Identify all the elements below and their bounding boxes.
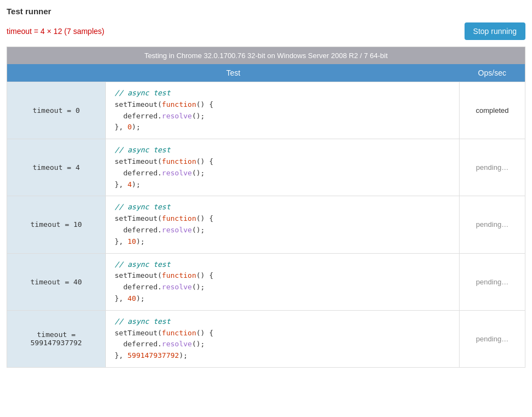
row-ops-2: pending… xyxy=(460,196,525,253)
row-label-0: timeout = 0 xyxy=(7,82,106,139)
row-code-4: // async test setTimeout(function() { de… xyxy=(106,310,460,367)
row-code-1: // async test setTimeout(function() { de… xyxy=(106,139,460,196)
table-row: timeout = 0 // async test setTimeout(fun… xyxy=(7,82,525,139)
subtitle-bar: timeout = 4 × 12 (7 samples) Stop runnin… xyxy=(7,22,525,40)
row-ops-0: completed xyxy=(460,82,525,139)
table-row: timeout = 40 // async test setTimeout(fu… xyxy=(7,253,525,310)
subtitle-text: timeout = 4 × 12 (7 samples) xyxy=(7,27,104,36)
page-title: Test runner xyxy=(7,7,525,16)
row-label-4: timeout =599147937792 xyxy=(7,310,106,367)
stop-running-button[interactable]: Stop running xyxy=(465,22,525,40)
col-test: Test xyxy=(7,64,460,82)
row-label-2: timeout = 10 xyxy=(7,196,106,253)
row-ops-4: pending… xyxy=(460,310,525,367)
row-code-0: // async test setTimeout(function() { de… xyxy=(106,82,460,139)
row-ops-3: pending… xyxy=(460,253,525,310)
row-code-3: // async test setTimeout(function() { de… xyxy=(106,253,460,310)
table-row: timeout =599147937792 // async test setT… xyxy=(7,310,525,367)
col-ops: Ops/sec xyxy=(460,64,525,82)
browser-info: Testing in Chrome 32.0.1700.76 32-bit on… xyxy=(7,47,525,65)
row-code-2: // async test setTimeout(function() { de… xyxy=(106,196,460,253)
table-row: timeout = 10 // async test setTimeout(fu… xyxy=(7,196,525,253)
header-row: Test Ops/sec xyxy=(7,64,525,82)
table-row: timeout = 4 // async test setTimeout(fun… xyxy=(7,139,525,196)
row-ops-1: pending… xyxy=(460,139,525,196)
browser-row: Testing in Chrome 32.0.1700.76 32-bit on… xyxy=(7,47,525,65)
row-label-3: timeout = 40 xyxy=(7,253,106,310)
row-label-1: timeout = 4 xyxy=(7,139,106,196)
test-table: Testing in Chrome 32.0.1700.76 32-bit on… xyxy=(7,47,525,368)
